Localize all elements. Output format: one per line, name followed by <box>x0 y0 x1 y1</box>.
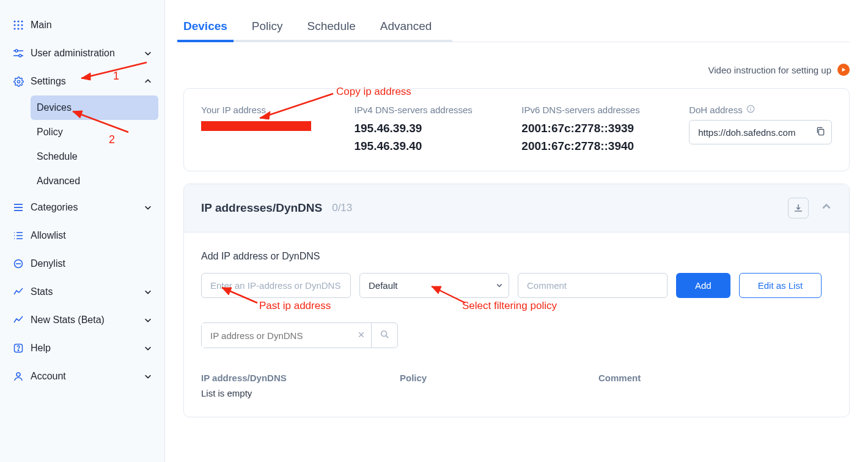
sidebar-item-label: Stats <box>31 286 53 297</box>
sidebar: Main User administration Settings Device… <box>0 0 165 462</box>
chevron-down-icon <box>144 344 152 352</box>
main-content: Devices Policy Schedule Advanced Video i… <box>165 0 868 462</box>
tab-devices[interactable]: Devices <box>183 12 227 42</box>
grid-icon <box>12 19 24 31</box>
sidebar-item-label: Schedule <box>37 151 78 162</box>
chevron-up-icon[interactable] <box>821 201 832 215</box>
search-row <box>201 322 832 348</box>
sidebar-item-label: Policy <box>37 127 63 138</box>
svg-rect-38 <box>818 129 823 135</box>
sidebar-item-label: Devices <box>37 102 72 113</box>
sidebar-item-settings[interactable]: Settings <box>6 67 158 95</box>
edit-as-list-button[interactable]: Edit as List <box>739 273 822 298</box>
sidebar-item-devices[interactable]: Devices <box>31 95 158 120</box>
sidebar-item-schedule[interactable]: Schedule <box>31 144 158 169</box>
video-instruction-link[interactable]: Video instruction for setting up <box>183 64 850 76</box>
sidebar-item-policy[interactable]: Policy <box>31 120 158 144</box>
svg-point-16 <box>19 54 21 57</box>
sidebar-item-user-admin[interactable]: User administration <box>6 39 158 67</box>
tab-advanced[interactable]: Advanced <box>380 12 432 42</box>
sidebar-item-label: Advanced <box>37 176 80 187</box>
add-button[interactable]: Add <box>676 273 730 298</box>
download-button[interactable] <box>788 198 809 218</box>
sidebar-item-label: Help <box>31 343 51 354</box>
svg-point-9 <box>21 24 23 26</box>
policy-select[interactable]: Default <box>359 273 509 298</box>
sidebar-item-help[interactable]: Help <box>6 334 158 362</box>
video-link-label: Video instruction for setting up <box>708 65 831 75</box>
sidebar-item-label: User administration <box>31 48 115 59</box>
ip-info-card: Your IP address IPv4 DNS-servers address… <box>183 88 850 171</box>
svg-point-37 <box>750 107 751 108</box>
section-count: 0/13 <box>332 202 352 214</box>
search-input[interactable] <box>202 324 351 348</box>
sidebar-item-stats[interactable]: Stats <box>6 278 158 306</box>
deny-icon <box>12 258 24 270</box>
sidebar-item-label: Allowlist <box>31 230 66 241</box>
sidebar-item-label: Main <box>31 20 52 31</box>
sidebar-item-denylist[interactable]: Denylist <box>6 250 158 278</box>
user-icon <box>12 370 24 382</box>
sidebar-item-advanced[interactable]: Advanced <box>31 169 158 193</box>
doh-label: DoH address <box>689 105 832 115</box>
search-icon[interactable] <box>371 323 397 348</box>
tabs: Devices Policy Schedule Advanced <box>183 12 850 42</box>
comment-input[interactable] <box>518 273 668 298</box>
ipv6-value-2: 2001:67c:2778::3940 <box>521 138 664 155</box>
doh-value: https://doh.safedns.com <box>698 127 795 138</box>
table-header: IP address/DynDNS Policy Comment <box>201 373 832 383</box>
clear-icon[interactable] <box>351 330 371 341</box>
svg-point-14 <box>15 50 18 52</box>
your-ip-label: Your IP address <box>201 105 329 115</box>
section-title: IP addresses/DynDNS <box>201 201 322 215</box>
svg-point-4 <box>13 20 15 22</box>
sidebar-item-allowlist[interactable]: Allowlist <box>6 222 158 250</box>
col-comment: Comment <box>598 373 832 383</box>
svg-line-46 <box>386 336 389 338</box>
svg-point-10 <box>13 28 15 29</box>
sidebar-item-label: New Stats (Beta) <box>31 315 105 326</box>
play-icon <box>837 64 850 76</box>
sidebar-item-main[interactable]: Main <box>6 11 158 39</box>
add-form-row: Default Add Edit as List <box>201 273 832 298</box>
svg-point-6 <box>21 20 23 22</box>
ip-input[interactable] <box>201 273 351 298</box>
col-policy: Policy <box>400 373 598 383</box>
search-input-wrap <box>201 322 398 348</box>
sidebar-item-new-stats[interactable]: New Stats (Beta) <box>6 306 158 334</box>
chart-icon <box>12 286 24 298</box>
list-icon <box>12 229 24 242</box>
annotation-past: Past ip address <box>259 300 331 312</box>
tab-policy[interactable]: Policy <box>252 12 283 42</box>
section-body: Add IP address or DynDNS Default Add Edi… <box>184 233 849 417</box>
tab-schedule[interactable]: Schedule <box>307 12 356 42</box>
svg-point-7 <box>13 24 15 26</box>
chevron-up-icon <box>144 77 152 86</box>
col-ip: IP address/DynDNS <box>201 373 400 383</box>
sidebar-item-categories[interactable]: Categories <box>6 193 158 222</box>
svg-point-5 <box>17 20 19 22</box>
ipv6-label: IPv6 DNS-servers addresses <box>521 105 664 115</box>
ipv4-label: IPv4 DNS-servers addresses <box>354 105 497 115</box>
empty-list: List is empty <box>201 388 832 398</box>
menu-icon <box>12 201 24 214</box>
svg-point-8 <box>17 24 19 26</box>
sliders-icon <box>12 47 24 59</box>
chart-icon <box>12 314 24 326</box>
annotation-select: Select filtering policy <box>462 300 557 312</box>
sidebar-item-label: Account <box>31 371 66 382</box>
svg-marker-32 <box>842 68 846 72</box>
sidebar-item-account[interactable]: Account <box>6 362 158 390</box>
copy-icon[interactable] <box>816 127 825 138</box>
settings-submenu: Devices Policy Schedule Advanced <box>6 95 158 193</box>
svg-point-11 <box>17 28 19 29</box>
ip-dyndns-section: IP addresses/DynDNS 0/13 Add IP address … <box>183 184 850 417</box>
doh-value-box: https://doh.safedns.com <box>689 120 832 144</box>
chevron-down-icon <box>144 49 152 58</box>
add-form-label: Add IP address or DynDNS <box>201 251 832 262</box>
svg-point-17 <box>17 80 20 83</box>
gear-icon <box>12 75 24 88</box>
your-ip-redacted <box>201 121 311 131</box>
chevron-down-icon <box>144 203 152 212</box>
svg-point-45 <box>381 331 387 337</box>
